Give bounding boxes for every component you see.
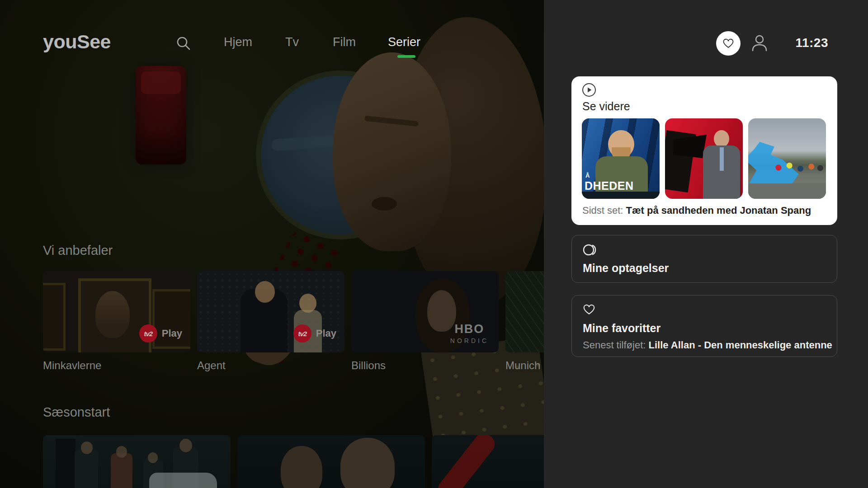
person-head: [116, 446, 127, 458]
tile-label-minkavlerne: Minkavlerne: [43, 359, 101, 372]
season-tile-2[interactable]: [237, 435, 425, 488]
last-seen-line: Sidst set: Tæt på sandheden med Jonatan …: [582, 205, 811, 216]
yousee-tv-app: youSee Hjem Tv Film Serier Vi anbefaler …: [0, 0, 868, 488]
my-favorites-card[interactable]: Mine favoritter Senest tilføjet: Lille A…: [571, 295, 837, 357]
tower-silhouette: [56, 439, 75, 488]
section-title-season: Sæsonstart: [43, 405, 110, 420]
man-face-closeup: [340, 438, 395, 488]
tile-label-billions: Billions: [351, 359, 386, 372]
last-seen-value: Tæt på sandheden med Jonatan Spang: [626, 205, 811, 216]
latest-added-label: Senest tilføjet:: [583, 339, 646, 351]
hbo-nordic-badge: HBO NORDIC: [450, 322, 489, 344]
play-circle-icon: [582, 83, 596, 97]
red-sleeve-arm: [435, 435, 499, 488]
tv2-play-label: Play: [162, 328, 182, 339]
person-icon: [750, 33, 769, 53]
heart-icon: [722, 38, 734, 49]
white-car: [149, 473, 217, 488]
cyclists: [774, 157, 823, 178]
nav-item-serier-active[interactable]: Serier: [388, 35, 420, 49]
thumbnail-news-studio[interactable]: [665, 118, 743, 199]
active-tab-underline: [397, 55, 415, 58]
nav-item-tv[interactable]: Tv: [285, 35, 299, 49]
person-head: [148, 452, 158, 463]
continue-watching-card[interactable]: Se videre Å DHEDEN: [571, 76, 837, 225]
presenter-head: [714, 130, 729, 147]
desk: [582, 192, 660, 199]
side-panel: 11:23 Se videre Å DHEDEN: [544, 0, 868, 488]
show-logo-text: DHEDEN: [585, 179, 634, 192]
series-tile-billions[interactable]: HBO NORDIC: [351, 271, 499, 352]
show-logo-small: Å: [585, 172, 590, 179]
continue-watching-title: Se videre: [582, 100, 630, 113]
continue-thumbnails: Å DHEDEN: [582, 118, 826, 199]
heart-outline-icon: [583, 304, 595, 315]
hbo-nordic-label: NORDIC: [450, 337, 489, 344]
my-favorites-title: Mine favoritter: [583, 322, 660, 335]
latest-added-line: Senest tilføjet: Lille Allan - Den menne…: [583, 339, 832, 351]
old-man-portrait: [95, 291, 130, 338]
my-recordings-title: Mine optagelser: [583, 262, 669, 275]
last-seen-label: Sidst set:: [582, 205, 623, 216]
thumbnail-cycling[interactable]: [748, 118, 826, 199]
season-tile-1[interactable]: [43, 435, 231, 488]
section-title-recommended: Vi anbefaler: [43, 243, 113, 258]
road: [748, 183, 826, 199]
profile-button[interactable]: [749, 33, 770, 54]
search-icon[interactable]: [175, 35, 192, 52]
tile-label-agent: Agent: [197, 359, 226, 372]
hbo-logo: HBO: [450, 322, 489, 336]
woman-mouth: [372, 197, 397, 211]
man-head: [255, 281, 275, 303]
dimmed-background-content: youSee Hjem Tv Film Serier Vi anbefaler …: [0, 0, 544, 488]
nav-item-film[interactable]: Film: [333, 35, 356, 49]
tv2-logo-icon: tv2: [139, 324, 157, 343]
tv2-play-label: Play: [316, 328, 336, 339]
recordings-icon: [583, 244, 601, 256]
presenter-tie: [720, 147, 724, 171]
series-tile-minkavlerne[interactable]: tv2 Play: [43, 271, 190, 352]
woman-face: [333, 52, 451, 251]
person-silhouette: [111, 453, 132, 488]
tile-label-munich: Munich: [505, 359, 540, 372]
series-tile-agent[interactable]: tv2 Play: [197, 271, 344, 352]
tv2-logo-icon: tv2: [293, 324, 311, 343]
nav-item-hjem[interactable]: Hjem: [224, 35, 252, 49]
picture-frame: [43, 283, 66, 351]
favorites-button[interactable]: [716, 31, 741, 56]
my-recordings-card[interactable]: Mine optagelser: [571, 235, 837, 283]
person-head: [81, 441, 93, 454]
woman-face-closeup: [281, 446, 322, 488]
tv2-play-badge: tv2 Play: [139, 324, 182, 343]
person-head: [179, 439, 192, 452]
latest-added-value: Lille Allan - Den menneskelige antenne: [649, 339, 832, 351]
tv2-play-badge: tv2 Play: [293, 324, 336, 343]
clock: 11:23: [795, 36, 828, 50]
thumbnail-taet-paa-sandheden[interactable]: Å DHEDEN: [582, 118, 660, 199]
yousee-logo: youSee: [43, 31, 111, 53]
red-wall-phone-receiver: [141, 71, 181, 94]
girl-head: [299, 294, 316, 313]
person-silhouette: [75, 449, 98, 488]
